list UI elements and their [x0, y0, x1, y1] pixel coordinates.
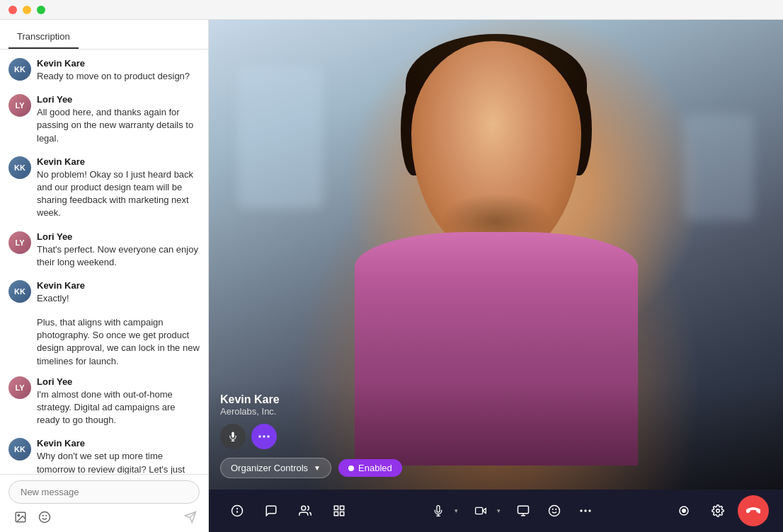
avatar: KK	[8, 58, 31, 81]
message-input[interactable]	[8, 480, 200, 504]
maximize-button[interactable]	[37, 6, 45, 14]
message-text: Why don't we set up more time tomorrow t…	[37, 450, 200, 474]
message-content: Lori Yee I'm almost done with out-of-hom…	[37, 376, 200, 427]
input-area	[0, 474, 208, 532]
message-content: Kevin Kare Exactly!	[37, 280, 200, 305]
bottom-toolbar: ▾ ▾	[209, 490, 783, 532]
tab-transcription[interactable]: Transcription	[8, 25, 79, 49]
mic-chevron-button[interactable]: ▾	[452, 497, 464, 525]
title-bar	[0, 0, 783, 20]
enabled-badge: Enabled	[338, 459, 402, 477]
list-item: KK Kevin Kare Why don't we set up more t…	[8, 438, 200, 474]
sender-name: Lori Yee	[37, 94, 200, 105]
organizer-bar: Organizer Controls ▼ Enabled	[220, 458, 772, 478]
chat-button[interactable]	[257, 497, 285, 525]
settings-button[interactable]	[704, 497, 732, 525]
message-content: Kevin Kare No problem! Okay so I just he…	[37, 156, 200, 220]
left-panel: Transcription KK Kevin Kare Ready to mov…	[0, 20, 209, 532]
end-call-button[interactable]	[738, 495, 769, 526]
video-control: ▾	[467, 497, 506, 525]
organizer-controls-label: Organizer Controls	[231, 463, 308, 473]
chevron-down-icon: ▼	[314, 464, 321, 472]
message-content: Lori Yee All good here, and thanks again…	[37, 94, 200, 145]
avatar: LY	[8, 231, 31, 254]
video-mini-controls	[220, 424, 772, 449]
emoji-button[interactable]	[35, 508, 54, 526]
svg-rect-23	[475, 507, 482, 514]
list-item: KK Kevin Kare No problem! Okay so I just…	[8, 156, 200, 220]
list-item: LY Lori Yee That's perfect. Now everyone…	[8, 231, 200, 269]
close-button[interactable]	[8, 6, 17, 14]
info-button[interactable]	[223, 497, 251, 525]
svg-point-9	[258, 435, 261, 437]
video-button[interactable]	[467, 497, 495, 525]
sender-name: Kevin Kare	[37, 156, 200, 167]
video-overlay: Kevin Kare Aerolabs, Inc.	[209, 382, 783, 490]
svg-rect-17	[341, 506, 344, 509]
more-mini-button[interactable]	[251, 424, 277, 449]
enabled-label: Enabled	[358, 463, 392, 473]
svg-point-10	[263, 435, 265, 437]
tab-bar: Transcription	[0, 20, 208, 50]
svg-rect-18	[341, 512, 344, 516]
message-text: Exactly!	[37, 292, 200, 305]
message-text: No problem! Okay so I just heard back an…	[37, 168, 200, 220]
sender-name: Lori Yee	[37, 231, 200, 242]
image-button[interactable]	[11, 508, 30, 526]
video-area: Kevin Kare Aerolabs, Inc.	[209, 20, 783, 490]
svg-point-2	[40, 512, 50, 523]
chevron-down-icon: ▾	[455, 507, 458, 514]
toolbar-left	[223, 497, 353, 525]
sender-name: Kevin Kare	[37, 280, 200, 291]
toolbar-right	[670, 495, 769, 526]
enabled-dot	[348, 466, 354, 471]
participant-org: Aerolabs, Inc.	[220, 406, 772, 417]
svg-point-31	[584, 509, 586, 511]
list-item: LY Lori Yee All good here, and thanks ag…	[8, 94, 200, 145]
video-chevron-button[interactable]: ▾	[495, 497, 506, 525]
message-text: Plus, that aligns with campaign photogra…	[37, 316, 200, 368]
sender-name: Kevin Kare	[37, 58, 200, 69]
message-text: Ready to move on to product design?	[37, 70, 200, 83]
list-item: KK Kevin Kare Ready to move on to produc…	[8, 58, 200, 83]
video-panel: Kevin Kare Aerolabs, Inc.	[209, 20, 783, 532]
message-text: I'm almost done with out-of-home strateg…	[37, 388, 200, 427]
participant-name: Kevin Kare	[220, 393, 772, 406]
messages-area: KK Kevin Kare Ready to move on to produc…	[0, 50, 208, 474]
avatar: KK	[8, 438, 31, 461]
svg-point-30	[580, 509, 582, 511]
mic-button[interactable]	[424, 497, 452, 525]
activities-button[interactable]	[325, 497, 353, 525]
reactions-button[interactable]	[540, 497, 568, 525]
participants-button[interactable]	[291, 497, 319, 525]
minimize-button[interactable]	[23, 6, 31, 14]
mic-control: ▾	[424, 497, 464, 525]
svg-point-27	[549, 506, 559, 516]
sender-name: Kevin Kare	[37, 438, 200, 449]
svg-rect-16	[334, 506, 338, 509]
screen-share-button[interactable]	[509, 497, 537, 525]
avatar: LY	[8, 94, 31, 117]
organizer-controls-dropdown[interactable]: Organizer Controls ▼	[220, 458, 331, 478]
message-text: All good here, and thanks again for pass…	[37, 106, 200, 145]
svg-point-35	[716, 509, 720, 513]
message-content: Lori Yee That's perfect. Now everyone ca…	[37, 231, 200, 269]
message-text: That's perfect. Now everyone can enjoy t…	[37, 243, 200, 269]
svg-point-32	[588, 509, 590, 511]
main-content: Transcription KK Kevin Kare Ready to mov…	[0, 20, 783, 532]
more-options-button[interactable]	[571, 497, 600, 525]
svg-rect-24	[518, 506, 528, 514]
mic-mini-button[interactable]	[220, 424, 246, 449]
svg-marker-22	[482, 509, 486, 514]
sender-name: Lori Yee	[37, 376, 200, 387]
message-content: Kevin Kare Ready to move on to product d…	[37, 58, 200, 83]
svg-point-1	[18, 514, 19, 516]
svg-rect-19	[334, 512, 338, 516]
send-button[interactable]	[184, 511, 197, 524]
input-actions	[8, 508, 200, 526]
record-button[interactable]	[670, 497, 698, 525]
avatar: KK	[8, 280, 31, 303]
svg-point-15	[302, 506, 306, 510]
toolbar-center: ▾ ▾	[353, 497, 670, 525]
list-item: Plus, that aligns with campaign photogra…	[37, 316, 200, 368]
